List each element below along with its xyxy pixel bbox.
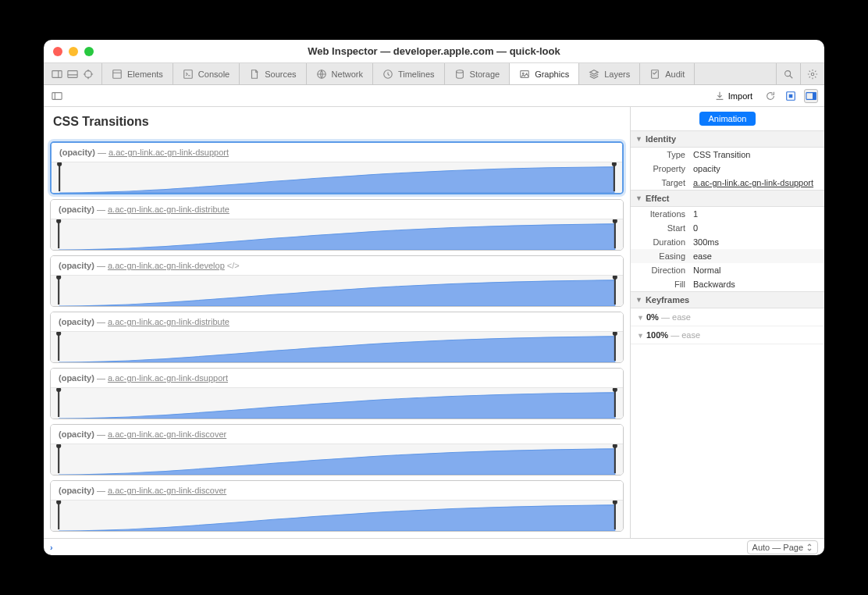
property-name: (opacity) — [59, 373, 94, 383]
search-button[interactable] — [776, 63, 800, 84]
animation-card[interactable]: (opacity) — a.ac-gn-link.ac-gn-link-disc… — [50, 424, 624, 476]
settings-button[interactable] — [800, 63, 824, 84]
dock-right-icon — [52, 69, 62, 80]
target-link[interactable]: a.ac-gn-link.ac-gn-link-discover — [108, 429, 226, 439]
page-mode-label: Auto — Page — [752, 543, 803, 552]
svg-point-37 — [56, 276, 61, 280]
zoom-icon[interactable] — [84, 47, 94, 56]
animation-curve — [51, 219, 623, 250]
header-label: Identity — [646, 134, 676, 144]
reload-button[interactable] — [763, 89, 777, 103]
keyframe-row[interactable]: ▼ 100% — ease — [631, 326, 824, 344]
fullscreen-button[interactable] — [784, 89, 798, 103]
property-name: (opacity) — [59, 261, 94, 270]
tab-audit[interactable]: Audit — [640, 63, 695, 84]
tab-console[interactable]: Console — [173, 63, 240, 84]
animation-curve — [51, 275, 623, 306]
dock-controls[interactable] — [44, 63, 102, 84]
row-value: Normal — [693, 265, 824, 275]
toggle-details-sidebar[interactable] — [804, 89, 818, 103]
target-link[interactable]: a.ac-gn-link.ac-gn-link-discover — [108, 486, 226, 495]
tab-bar: Elements Console Sources Network Timelin… — [44, 63, 824, 85]
tab-label: Audit — [665, 69, 685, 79]
elements-icon — [112, 69, 123, 80]
sources-icon — [249, 69, 260, 80]
tab-label: Sources — [265, 69, 296, 79]
identity-target-row: Targeta.ac-gn-link.ac-gn-link-dsupport — [631, 176, 824, 190]
tab-timelines[interactable]: Timelines — [373, 63, 445, 84]
body: CSS Transitions (opacity) — a.ac-gn-link… — [44, 107, 824, 538]
separator: — — [95, 148, 108, 157]
traffic-lights — [53, 47, 94, 56]
keyframe-percent: 100% — [646, 330, 668, 340]
disclosure-triangle-icon: ▼ — [635, 296, 642, 304]
animation-card[interactable]: (opacity) — a.ac-gn-link.ac-gn-link-dist… — [50, 199, 624, 251]
tab-graphics[interactable]: Graphics — [510, 63, 579, 84]
stepper-icon — [806, 543, 813, 552]
inspector-window: Web Inspector — developer.apple.com — qu… — [44, 40, 824, 555]
animation-curve — [51, 500, 623, 531]
effect-header[interactable]: ▼Effect — [631, 190, 824, 207]
animation-card-header: (opacity) — a.ac-gn-link.ac-gn-link-dsup… — [52, 143, 622, 162]
keyframes-list: ▼ 0% — ease▼ 100% — ease — [631, 308, 824, 344]
identity-header[interactable]: ▼Identity — [631, 130, 824, 148]
target-link[interactable]: a.ac-gn-link.ac-gn-link-distribute — [108, 205, 229, 214]
tab-network[interactable]: Network — [307, 63, 373, 84]
separator: — — [94, 205, 108, 214]
audit-icon — [649, 69, 660, 80]
target-link[interactable]: a.ac-gn-link.ac-gn-link-develop — [108, 261, 225, 270]
animation-card-header: (opacity) — a.ac-gn-link.ac-gn-link-disc… — [51, 481, 623, 500]
disclosure-triangle-icon: ▼ — [637, 332, 644, 340]
svg-point-31 — [612, 162, 617, 166]
disclosure-triangle-icon: ▼ — [635, 194, 642, 202]
animation-curve — [51, 331, 623, 362]
toggle-navigation-sidebar[interactable] — [50, 89, 64, 103]
tab-sources[interactable]: Sources — [240, 63, 306, 84]
svg-point-4 — [85, 70, 92, 77]
tab-label: Network — [332, 69, 363, 79]
target-link[interactable]: a.ac-gn-link.ac-gn-link-dsupport — [108, 148, 229, 157]
header-label: Effect — [646, 194, 670, 203]
tab-label: Console — [198, 69, 229, 79]
svg-point-47 — [613, 388, 617, 392]
animation-curve — [51, 444, 623, 475]
minimize-icon[interactable] — [69, 47, 78, 56]
animation-card[interactable]: (opacity) — a.ac-gn-link.ac-gn-link-dsup… — [50, 141, 624, 194]
row-value: 300ms — [693, 237, 824, 247]
svg-rect-24 — [789, 94, 792, 98]
animation-card[interactable]: (opacity) — a.ac-gn-link.ac-gn-link-disc… — [50, 480, 624, 532]
svg-point-53 — [56, 501, 61, 504]
target-link[interactable]: a.ac-gn-link.ac-gn-link-dsupport — [108, 373, 228, 383]
svg-point-35 — [613, 219, 617, 223]
svg-rect-0 — [52, 70, 62, 77]
tab-storage[interactable]: Storage — [445, 63, 510, 84]
target-link[interactable]: a.ac-gn-link.ac-gn-link-distribute — [108, 317, 229, 326]
gear-icon — [807, 69, 818, 80]
separator: — — [94, 373, 108, 383]
keyframe-row[interactable]: ▼ 0% — ease — [631, 308, 824, 326]
main-content[interactable]: CSS Transitions (opacity) — a.ac-gn-link… — [44, 107, 631, 538]
close-icon[interactable] — [53, 47, 62, 56]
fullscreen-icon — [785, 91, 796, 102]
animation-card[interactable]: (opacity) — a.ac-gn-link.ac-gn-link-dist… — [50, 312, 624, 363]
svg-point-20 — [811, 73, 814, 76]
animation-card-header: (opacity) — a.ac-gn-link.ac-gn-link-disc… — [51, 425, 623, 444]
import-button[interactable]: Import — [710, 89, 757, 103]
keyframes-header[interactable]: ▼Keyframes — [631, 291, 824, 308]
console-prompt-icon[interactable]: › — [50, 543, 53, 552]
tab-label: Timelines — [398, 69, 435, 79]
page-mode-selector[interactable]: Auto — Page — [747, 540, 818, 554]
row-label: Iterations — [631, 209, 693, 219]
network-icon — [316, 69, 327, 80]
disclosure-triangle-icon: ▼ — [635, 135, 642, 143]
animation-card[interactable]: (opacity) — a.ac-gn-link.ac-gn-link-dsup… — [50, 368, 624, 419]
tab-spacer — [695, 63, 776, 84]
tab-elements[interactable]: Elements — [102, 63, 173, 84]
details-sidebar: Animation ▼Identity TypeCSS Transition P… — [631, 107, 824, 538]
row-value[interactable]: a.ac-gn-link.ac-gn-link-dsupport — [693, 178, 824, 187]
tab-label: Layers — [604, 69, 630, 79]
tab-layers[interactable]: Layers — [579, 63, 640, 84]
animation-card[interactable]: (opacity) — a.ac-gn-link.ac-gn-link-deve… — [50, 255, 624, 307]
tab-label: Elements — [127, 69, 163, 79]
separator: — — [94, 261, 108, 270]
